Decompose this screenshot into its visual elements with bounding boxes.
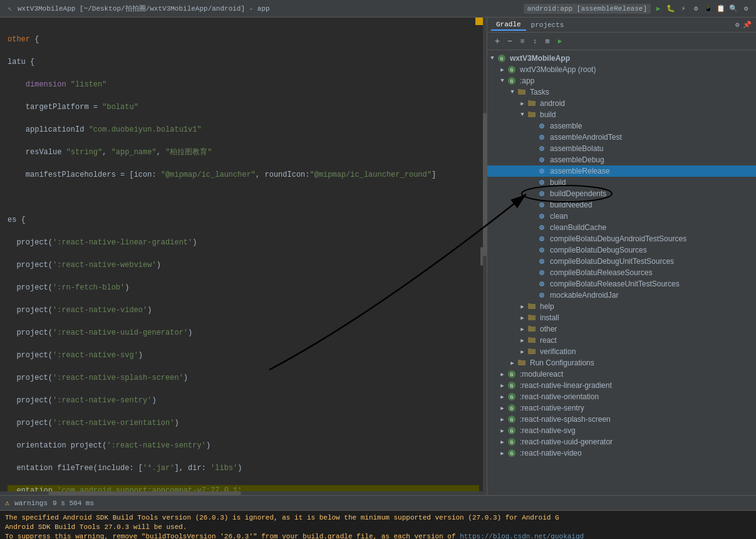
tree-arrow[interactable] <box>507 360 517 367</box>
tree-item-compileBolatuReleaseSources[interactable]: compileBolatuReleaseSources <box>487 267 756 278</box>
tree-item-modulereact[interactable]: G:modulereact <box>487 369 756 380</box>
warnings-count[interactable]: warnings <box>14 500 48 507</box>
tree-arrow[interactable] <box>497 427 507 434</box>
tree-item-app[interactable]: G:app <box>487 75 756 86</box>
tree-item-react-native-uuid-generator[interactable]: G:react-native-uuid-generator <box>487 436 756 447</box>
tree-item-wxtV3MobileApp-inner[interactable]: GwxtV3MobileApp (root) <box>487 64 756 75</box>
gradle-settings-icon[interactable]: ⚙ <box>732 20 742 30</box>
toolbar-icon-arrow[interactable]: ↖ <box>5 4 15 14</box>
tree-item-build[interactable]: build <box>487 109 756 120</box>
tree-arrow[interactable] <box>517 315 527 322</box>
module-icon: G <box>507 426 517 435</box>
tree-item-react-native-linear-gradient[interactable]: G:react-native-linear-gradient <box>487 380 756 391</box>
tree-arrow[interactable] <box>517 100 527 107</box>
h-scrollbar-thumb[interactable] <box>48 491 241 495</box>
svg-point-17 <box>541 182 543 184</box>
tree-item-compileBolatuDebugSources[interactable]: compileBolatuDebugSources <box>487 244 756 256</box>
toolbar-btn-4[interactable]: 📋 <box>716 4 726 14</box>
horizontal-scrollbar[interactable] <box>0 491 483 495</box>
tree-item-assemble[interactable]: assemble <box>487 120 756 132</box>
code-line: project(':react-native-webview') <box>8 259 479 271</box>
tree-item-react-native-video[interactable]: G:react-native-video <box>487 447 756 459</box>
toolbar-btn-1[interactable]: ⚡ <box>678 4 688 14</box>
tree-arrow[interactable] <box>507 89 517 95</box>
code-line <box>8 192 479 203</box>
run-button[interactable]: ▶ <box>653 4 663 14</box>
gradle-expand-btn[interactable]: ↕ <box>530 36 540 46</box>
tree-item-compileBolatuDebugUnitTestSources[interactable]: compileBolatuDebugUnitTestSources <box>487 256 756 267</box>
toolbar-btn-3[interactable]: 📱 <box>703 4 713 14</box>
tree-arrow[interactable] <box>517 303 527 310</box>
gradle-minus-btn[interactable]: − <box>505 36 515 46</box>
tree-item-other[interactable]: other <box>487 323 756 335</box>
gradle-pin-icon[interactable]: 📌 <box>742 20 752 30</box>
tree-item-compileBolatuDebugAndroidTestSources[interactable]: compileBolatuDebugAndroidTestSources <box>487 233 756 244</box>
svg-text:G: G <box>510 78 514 84</box>
gradle-tab-btn[interactable]: Gradle <box>491 19 526 31</box>
tree-arrow[interactable] <box>497 450 507 457</box>
projects-tab-btn[interactable]: projects <box>526 20 569 30</box>
tree-item-react[interactable]: react <box>487 335 756 346</box>
tree-item-android[interactable]: android <box>487 98 756 109</box>
toolbar-btn-5[interactable]: 🔍 <box>728 4 738 14</box>
tree-item-label: verification <box>540 347 576 356</box>
tree-item-clean[interactable]: clean <box>487 211 756 222</box>
tree-item-verification[interactable]: verification <box>487 346 756 357</box>
tree-arrow[interactable] <box>517 112 527 118</box>
tree-item-wxtV3MobileApp-root[interactable]: GwxtV3MobileApp <box>487 53 756 64</box>
code-line: project(':react-native-linear-gradient') <box>8 237 479 248</box>
tree-item-buildDependents[interactable]: buildDependents <box>487 188 756 199</box>
tree-item-react-native-splash-screen[interactable]: G:react-native-splash-screen <box>487 414 756 425</box>
tree-item-buildNeeded[interactable]: buildNeeded <box>487 199 756 211</box>
tree-arrow[interactable] <box>497 439 507 446</box>
tree-arrow[interactable] <box>497 394 507 400</box>
panel-resize-handle[interactable] <box>480 247 483 266</box>
code-line: project(':react-native-uuid-generator') <box>8 327 479 338</box>
svg-point-25 <box>541 227 543 229</box>
run-config-selector[interactable]: android:app [assembleRelease] <box>524 4 651 14</box>
tree-item-compileBolatuReleaseUnitTestSources[interactable]: compileBolatuReleaseUnitTestSources <box>487 278 756 290</box>
tree-arrow[interactable] <box>497 78 507 84</box>
tree-item-react-native-svg[interactable]: G:react-native-svg <box>487 425 756 436</box>
tree-arrow[interactable] <box>497 371 507 378</box>
tree-item-tasks[interactable]: Tasks <box>487 86 756 98</box>
tree-arrow[interactable] <box>517 337 527 344</box>
tree-item-label: Run Configurations <box>530 358 594 367</box>
gradle-run-btn[interactable]: ▶ <box>555 36 565 46</box>
tree-arrow[interactable] <box>517 348 527 355</box>
tree-arrow[interactable] <box>487 55 497 61</box>
tree-arrow[interactable] <box>497 416 507 423</box>
svg-text:G: G <box>510 383 514 389</box>
tree-arrow[interactable] <box>497 405 507 412</box>
tree-item-react-native-orientation[interactable]: G:react-native-orientation <box>487 391 756 402</box>
tree-item-run-configs[interactable]: Run Configurations <box>487 357 756 369</box>
tree-item-label: compileBolatuReleaseUnitTestSources <box>550 280 680 288</box>
debug-button[interactable]: 🐛 <box>666 4 676 14</box>
tree-item-assembleBolatu[interactable]: assembleBolatu <box>487 143 756 154</box>
tree-arrow[interactable] <box>497 382 507 389</box>
tree-item-assembleRelease[interactable]: assembleRelease <box>487 165 756 177</box>
gradle-sort-btn[interactable]: ≡ <box>517 36 527 46</box>
scrollbar-thumb[interactable] <box>483 113 487 256</box>
gradle-panel-tabs: Gradle projects ⚙ 📌 <box>487 18 756 33</box>
tree-item-install[interactable]: install <box>487 312 756 323</box>
gear-icon <box>537 178 547 187</box>
tree-item-help[interactable]: help <box>487 301 756 312</box>
tree-item-label: compileBolatuDebugAndroidTestSources <box>550 234 686 243</box>
gear-icon <box>537 268 547 277</box>
tree-item-assembleDebug[interactable]: assembleDebug <box>487 154 756 165</box>
tree-item-cleanBuildCache[interactable]: cleanBuildCache <box>487 222 756 233</box>
gradle-add-btn[interactable]: + <box>492 36 502 46</box>
toolbar-btn-2[interactable]: ⚙ <box>691 4 701 14</box>
svg-point-19 <box>541 193 543 195</box>
tree-item-build2[interactable]: build <box>487 177 756 188</box>
status-link[interactable]: https://blog.csdn.net/guokaigd <box>460 533 584 539</box>
settings-icon[interactable]: ⚙ <box>741 4 751 14</box>
tree-item-assembleAndroidTest[interactable]: assembleAndroidTest <box>487 132 756 143</box>
tree-arrow[interactable] <box>517 326 527 333</box>
gradle-layout-btn[interactable]: ⊞ <box>542 36 552 46</box>
tree-item-react-native-sentry[interactable]: G:react-native-sentry <box>487 402 756 414</box>
tree-item-mockableAndroidJar[interactable]: mockableAndroidJar <box>487 290 756 301</box>
tree-arrow[interactable] <box>497 66 507 73</box>
vertical-scrollbar[interactable] <box>483 18 487 495</box>
